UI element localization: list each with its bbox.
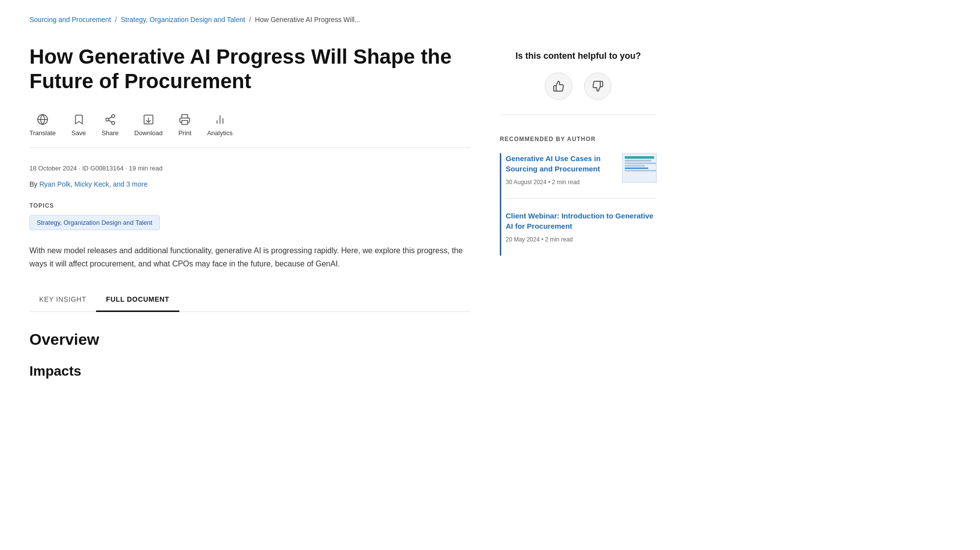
globe-icon (37, 114, 49, 125)
thumbs-down-button[interactable] (584, 72, 612, 100)
rec-item-1: Generative AI Use Cases in Sourcing and … (506, 153, 657, 199)
rec-item-2-read: 2 min read (545, 236, 573, 243)
author-2[interactable]: Micky Keck (74, 180, 109, 188)
rec-item-1-thumbnail (622, 153, 657, 183)
helpful-section: Is this content helpful to you? (500, 49, 657, 115)
rec-item-2-content: Client Webinar: Introduction to Generati… (506, 211, 657, 244)
bar-chart-icon (214, 114, 226, 125)
breadcrumb: Sourcing and Procurement / Strategy, Org… (29, 15, 951, 25)
share-label: Share (101, 128, 119, 138)
svg-rect-9 (182, 120, 188, 124)
rec-item-2-date: 20 May 2024 (506, 236, 539, 243)
rec-item-1-read: 2 min read (552, 179, 580, 186)
svg-point-4 (112, 121, 115, 124)
tab-key-insight[interactable]: KEY INSIGHT (29, 288, 96, 312)
translate-label: Translate (29, 128, 56, 138)
sidebar-bar (500, 153, 501, 256)
toolbar: Translate Save (29, 114, 470, 148)
rec-item-1-date: 30 August 2024 (506, 179, 546, 186)
print-button[interactable]: Print (178, 114, 192, 138)
sidebar: Is this content helpful to you? (500, 45, 657, 267)
topics-section: TOPICS Strategy, Organization Design and… (29, 201, 470, 231)
svg-point-3 (106, 118, 109, 121)
thumbs-up-button[interactable] (545, 72, 572, 100)
share-button[interactable]: Share (101, 114, 119, 138)
download-label: Download (134, 128, 163, 138)
authors-more[interactable]: , and 3 more (109, 180, 148, 188)
breadcrumb-link-1[interactable]: Sourcing and Procurement (29, 15, 111, 25)
bookmark-icon (73, 114, 85, 125)
save-button[interactable]: Save (72, 114, 86, 138)
svg-line-6 (108, 117, 112, 119)
share-icon (104, 114, 116, 125)
breadcrumb-sep-2: / (249, 15, 251, 25)
rec-item-1-title[interactable]: Generative AI Use Cases in Sourcing and … (506, 153, 614, 174)
rec-item-2-title[interactable]: Client Webinar: Introduction to Generati… (506, 211, 657, 231)
section-impacts: Impacts (29, 361, 470, 382)
thumbs-up-icon (553, 80, 564, 92)
topics-label: TOPICS (29, 201, 470, 210)
breadcrumb-sep-1: / (115, 15, 117, 25)
article-title: How Generative AI Progress Will Shape th… (29, 45, 470, 94)
sidebar-content: Generative AI Use Cases in Sourcing and … (500, 153, 657, 256)
rec-item-2-meta: 20 May 2024 • 2 min read (506, 235, 657, 244)
print-label: Print (178, 128, 192, 138)
analytics-label: Analytics (207, 128, 233, 138)
save-label: Save (72, 128, 86, 138)
thumbs-down-icon (592, 80, 604, 92)
recommended-label: RECOMMENDED BY AUTHOR (500, 135, 657, 143)
article-tabs: KEY INSIGHT FULL DOCUMENT (29, 288, 470, 312)
authors-line: By Ryan Polk, Micky Keck, and 3 more (29, 179, 470, 190)
translate-button[interactable]: Translate (29, 114, 56, 138)
print-icon (179, 114, 191, 125)
author-1[interactable]: Ryan Polk (39, 180, 71, 188)
download-icon (143, 114, 154, 125)
download-button[interactable]: Download (134, 114, 163, 138)
article-intro: With new model releases and additional f… (29, 244, 470, 270)
topic-tag-1[interactable]: Strategy, Organization Design and Talent (29, 215, 160, 231)
section-overview: Overview (29, 328, 470, 351)
helpful-buttons (500, 72, 657, 100)
article-meta: 18 October 2024 · ID G00813164 · 19 min … (29, 164, 470, 173)
recommended-section: RECOMMENDED BY AUTHOR Generative AI Use … (500, 135, 657, 256)
analytics-button[interactable]: Analytics (207, 114, 233, 138)
breadcrumb-link-2[interactable]: Strategy, Organization Design and Talent (121, 15, 245, 25)
rec-item-1-meta: 30 August 2024 • 2 min read (506, 178, 614, 187)
authors-prefix: By (29, 180, 39, 188)
helpful-title: Is this content helpful to you? (500, 49, 657, 63)
breadcrumb-current: How Generative AI Progress Will... (255, 15, 360, 25)
svg-point-2 (112, 115, 115, 118)
svg-line-5 (108, 120, 112, 122)
tab-full-document[interactable]: FULL DOCUMENT (96, 288, 179, 312)
article-area: How Generative AI Progress Will Shape th… (29, 45, 470, 389)
rec-item-2: Client Webinar: Introduction to Generati… (506, 211, 657, 256)
rec-item-1-content: Generative AI Use Cases in Sourcing and … (506, 153, 614, 187)
